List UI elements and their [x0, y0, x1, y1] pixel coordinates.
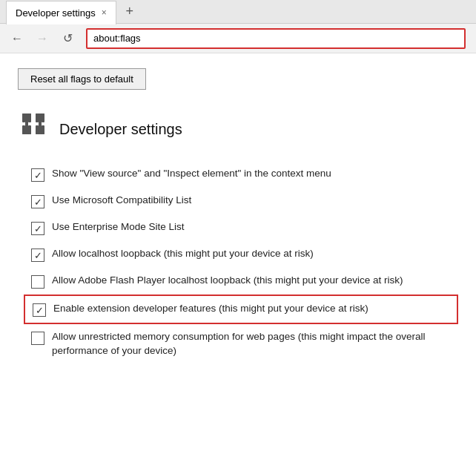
- refresh-icon: ↺: [63, 31, 73, 45]
- svg-rect-10: [36, 114, 39, 122]
- setting-item: Show "View source" and "Inspect element"…: [24, 161, 458, 188]
- setting-item: Allow Adobe Flash Player localhost loopb…: [24, 268, 458, 295]
- forward-button[interactable]: →: [31, 27, 53, 50]
- setting-item: Use Enterprise Mode Site List: [24, 214, 458, 241]
- setting-item: Allow localhost loopback (this might put…: [24, 241, 458, 268]
- svg-rect-13: [42, 125, 44, 134]
- svg-rect-7: [39, 114, 42, 134]
- section-title: Developer settings: [59, 121, 182, 138]
- section-header: Developer settings: [18, 111, 458, 148]
- setting-item: Enable extension developer features (thi…: [24, 295, 458, 324]
- tab-title: Developer settings: [16, 7, 96, 19]
- setting-label-extension-dev: Enable extension developer features (thi…: [53, 302, 368, 316]
- setting-label-compat-list: Use Microsoft Compatibility List: [52, 194, 191, 208]
- setting-item: Use Microsoft Compatibility List: [24, 188, 458, 214]
- tab-close-button[interactable]: ×: [102, 7, 107, 18]
- svg-rect-12: [36, 125, 39, 134]
- setting-label-enterprise-mode: Use Enterprise Mode Site List: [52, 220, 185, 234]
- developer-tools-icon: [18, 111, 47, 148]
- svg-rect-5: [22, 125, 25, 134]
- address-bar: [86, 28, 466, 49]
- setting-checkbox-localhost-loopback[interactable]: [31, 249, 44, 262]
- new-tab-button[interactable]: +: [119, 1, 140, 22]
- reset-flags-button[interactable]: Reset all flags to default: [18, 68, 146, 90]
- setting-checkbox-enterprise-mode[interactable]: [31, 222, 44, 235]
- settings-list: Show "View source" and "Inspect element"…: [24, 161, 458, 364]
- svg-rect-0: [25, 114, 28, 134]
- setting-checkbox-view-source[interactable]: [31, 168, 44, 182]
- refresh-button[interactable]: ↺: [56, 27, 79, 50]
- nav-bar: ← → ↺: [0, 24, 476, 53]
- svg-rect-4: [28, 114, 31, 122]
- title-bar: Developer settings × +: [0, 0, 476, 24]
- setting-checkbox-flash-loopback[interactable]: [31, 275, 44, 289]
- forward-icon: →: [36, 32, 48, 45]
- back-button[interactable]: ←: [6, 27, 28, 50]
- content-area: Reset all flags to default: [0, 53, 476, 454]
- setting-label-flash-loopback: Allow Adobe Flash Player localhost loopb…: [52, 274, 403, 288]
- active-tab[interactable]: Developer settings ×: [6, 1, 116, 24]
- setting-label-view-source: Show "View source" and "Inspect element"…: [52, 167, 331, 181]
- setting-label-memory-consumption: Allow unrestricted memory consumption fo…: [52, 330, 451, 358]
- back-icon: ←: [11, 32, 23, 45]
- setting-checkbox-compat-list[interactable]: [31, 195, 44, 208]
- setting-item: Allow unrestricted memory consumption fo…: [24, 324, 458, 364]
- setting-checkbox-memory-consumption[interactable]: [31, 332, 44, 345]
- svg-rect-11: [42, 114, 44, 122]
- setting-label-localhost-loopback: Allow localhost loopback (this might put…: [52, 247, 314, 261]
- address-input[interactable]: [86, 28, 466, 49]
- svg-rect-6: [28, 125, 31, 134]
- svg-rect-3: [22, 114, 25, 122]
- setting-checkbox-extension-dev[interactable]: [33, 303, 46, 317]
